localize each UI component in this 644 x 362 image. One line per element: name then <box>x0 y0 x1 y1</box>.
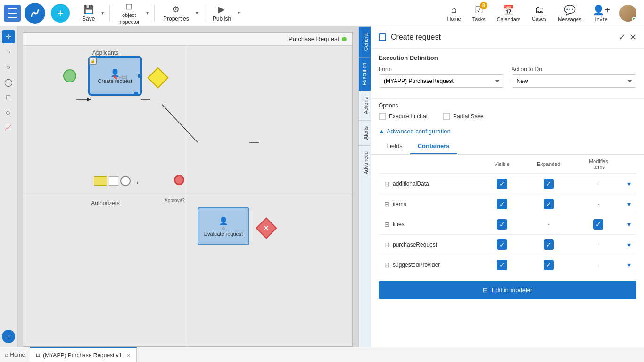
bpmn-gateway-x[interactable] <box>256 217 277 239</box>
object-inspector-icon: ◻ <box>125 1 132 11</box>
edit-modeler-label: Edit in modeler <box>492 287 533 294</box>
form-select[interactable]: (MYAPP) PurchaseRequest <box>379 74 504 88</box>
bpmn-end-event[interactable] <box>174 175 184 185</box>
tool-circle-thick[interactable]: ◯ <box>2 75 15 89</box>
tool-arrow[interactable]: → <box>2 45 15 58</box>
container-name: ⊟ items <box>384 200 476 208</box>
tool-select[interactable]: ✛ <box>2 30 15 43</box>
properties-dropdown[interactable]: ▾ <box>194 0 200 26</box>
visible-check[interactable]: ✓ <box>497 199 507 209</box>
divider-3 <box>204 5 204 22</box>
vtab-actions[interactable]: Actions <box>359 91 371 120</box>
canvas-area: Purchase Request Applicants 🔒 👤 Create <box>17 26 358 347</box>
row-icon: ⊟ <box>384 200 390 208</box>
properties-button[interactable]: ⚙ Properties <box>158 0 194 26</box>
hamburger-menu[interactable] <box>4 5 21 22</box>
row-dropdown[interactable]: ▾ <box>627 241 631 248</box>
execution-definition-section: Execution Definition Form (MYAPP) Purcha… <box>371 49 644 99</box>
abc-label: 🔖 Abc| <box>113 75 127 80</box>
visible-check[interactable]: ✓ <box>497 219 507 230</box>
tab-containers[interactable]: Containers <box>410 139 457 154</box>
visible-check[interactable]: ✓ <box>497 260 507 270</box>
properties-panel: Create request ✓ ✕ Execution Definition … <box>371 26 644 347</box>
vtab-advanced[interactable]: Advanced <box>359 145 371 180</box>
row-dropdown[interactable]: ▾ <box>627 261 631 269</box>
logo-button[interactable] <box>25 3 45 24</box>
nav-invite[interactable]: 👤+ Invite <box>587 0 616 26</box>
col-modifies-header: Modifies Items <box>575 155 622 174</box>
action-select[interactable]: New <box>512 74 637 88</box>
tool-chart[interactable]: 📈 <box>2 121 15 134</box>
home-tab-icon: ⌂ <box>5 352 8 358</box>
nav-cases[interactable]: 🗂 Cases <box>526 0 552 26</box>
properties-group: ⚙ Properties ▾ <box>158 0 200 26</box>
nav-home[interactable]: ⌂ Home <box>441 0 466 26</box>
row-dropdown[interactable]: ▾ <box>627 200 631 208</box>
lane-authorizers-label: Authorizers <box>91 200 120 206</box>
row-icon: ⊟ <box>384 241 390 248</box>
nav-calendars[interactable]: 📅 Calendars <box>491 0 526 26</box>
row-icon: ⊟ <box>384 221 390 228</box>
col-name-header <box>379 155 482 174</box>
bpmn-gateway-1[interactable] <box>147 67 168 88</box>
properties-icon: ⚙ <box>172 4 180 15</box>
modeler-icon: ⊟ <box>483 287 488 294</box>
bpmn-evaluate-request[interactable]: 👤 ⚙ Evaluate request <box>198 207 249 245</box>
table-row: ⊟ purchaseRequest ✓✓-▾ <box>379 235 636 255</box>
expanded-dash: - <box>528 221 570 228</box>
close-tab-button[interactable]: × <box>126 352 130 359</box>
row-dropdown[interactable]: ▾ <box>627 180 631 188</box>
tool-add[interactable]: + <box>2 330 15 343</box>
expanded-check[interactable]: ✓ <box>544 199 554 209</box>
tab-fields[interactable]: Fields <box>379 139 410 154</box>
tool-diamond[interactable]: ◇ <box>2 106 15 119</box>
close-button[interactable]: ✕ <box>629 32 636 42</box>
process-tab[interactable]: ⊞ (MYAPP) Purchase Request v1 × <box>30 347 136 362</box>
tool-circle[interactable]: ○ <box>2 60 15 74</box>
add-button[interactable]: + <box>51 4 70 23</box>
visible-check[interactable]: ✓ <box>497 179 507 189</box>
advanced-config-label: Advanced configuration <box>387 128 451 135</box>
panel-checkbox[interactable] <box>379 33 386 41</box>
confirm-button[interactable]: ✓ <box>619 32 626 42</box>
advanced-config-toggle[interactable]: ▲ Advanced configuration <box>371 124 644 139</box>
vertical-tab-bar: General Execution Actions Alerts Advance… <box>358 26 371 347</box>
modifies-check[interactable]: ✓ <box>593 219 603 230</box>
modifies-dash: - <box>581 262 616 268</box>
visible-check[interactable]: ✓ <box>497 239 507 250</box>
vtab-alerts[interactable]: Alerts <box>359 120 371 145</box>
edit-modeler-button[interactable]: ⊟ Edit in modeler <box>379 281 636 299</box>
svg-point-0 <box>34 12 36 14</box>
vtab-execution[interactable]: Execution <box>359 57 371 91</box>
partial-save-checkbox[interactable] <box>443 113 450 120</box>
save-dropdown-button[interactable]: ▾ <box>99 0 106 26</box>
expanded-check[interactable]: ✓ <box>544 179 554 189</box>
home-tab[interactable]: ⌂ Home <box>0 347 30 362</box>
tool-rect[interactable]: □ <box>2 90 15 104</box>
panel-tabs: Fields Containers <box>371 139 644 155</box>
execute-chat-checkbox[interactable] <box>379 113 386 120</box>
object-inspector-dropdown[interactable]: ▾ <box>144 0 150 26</box>
publish-button[interactable]: ▶ Publish <box>208 0 236 26</box>
bpmn-start-event[interactable] <box>63 69 76 82</box>
lane-applicants: Applicants 🔒 👤 Create request <box>23 46 352 196</box>
left-toolbar: ✛ → ○ ◯ □ ◇ 📈 + <box>0 26 17 347</box>
container-name: ⊟ additionalData <box>384 180 476 188</box>
row-dropdown[interactable]: ▾ <box>627 221 631 228</box>
main-layout: ✛ → ○ ◯ □ ◇ 📈 + Purchase Request Applica… <box>0 26 644 347</box>
user-avatar[interactable] <box>619 5 636 22</box>
nav-tasks[interactable]: ☑ 8 Tasks <box>467 0 491 26</box>
object-inspector-button[interactable]: ◻ objectinspector <box>114 0 144 26</box>
process-tab-label: (MYAPP) Purchase Request v1 <box>43 352 122 359</box>
nav-messages[interactable]: 💬 Messages <box>552 0 587 26</box>
table-row: ⊟ suggestedProvider ✓✓-▾ <box>379 255 636 275</box>
save-button[interactable]: 💾 Save <box>77 0 99 26</box>
expanded-check[interactable]: ✓ <box>544 260 554 270</box>
publish-dropdown[interactable]: ▾ <box>236 0 242 26</box>
containers-section: Visible Expanded Modifies Items ⊟ additi… <box>371 155 644 275</box>
user-icon-2: 👤 <box>219 216 228 225</box>
online-indicator <box>632 17 636 22</box>
expanded-check[interactable]: ✓ <box>544 239 554 250</box>
vtab-general[interactable]: General <box>359 26 371 57</box>
bottom-tabs: ⌂ Home ⊞ (MYAPP) Purchase Request v1 × <box>0 347 644 362</box>
